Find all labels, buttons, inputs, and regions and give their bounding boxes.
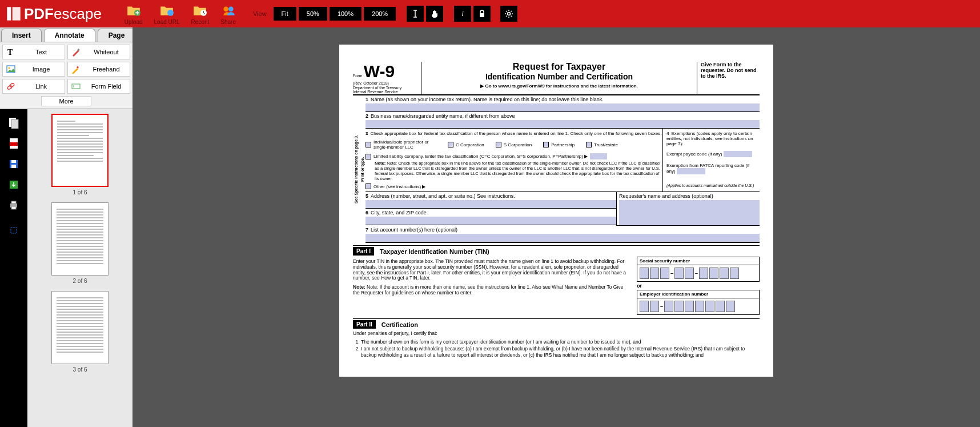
sidebar-select-button[interactable] — [3, 221, 24, 240]
upload-button[interactable]: Upload — [124, 3, 143, 25]
zoom-fit-button[interactable]: Fit — [274, 7, 296, 21]
fatca-input[interactable] — [677, 168, 705, 174]
ein-digit[interactable] — [705, 301, 714, 312]
ssn-digit[interactable] — [709, 268, 718, 279]
ein-digit[interactable] — [650, 301, 659, 312]
form-title-1: Request for Taxpayer — [425, 62, 693, 72]
tab-page[interactable]: Page — [98, 29, 136, 42]
field-7-accounts[interactable] — [366, 234, 760, 242]
hand-icon — [431, 10, 439, 18]
pdf-page: Form W-9 (Rev. October 2018) Department … — [339, 45, 773, 377]
sidebar-save-button[interactable] — [3, 155, 24, 173]
svg-point-12 — [9, 67, 10, 69]
share-icon — [221, 3, 236, 18]
pdf-file-icon — [9, 138, 19, 149]
settings-button[interactable] — [500, 6, 517, 22]
thumbnail-2[interactable]: 2 of 6 — [32, 202, 128, 284]
app-logo[interactable]: PDFescape — [6, 5, 102, 23]
ein-digit[interactable] — [685, 301, 694, 312]
ssn-digit[interactable] — [650, 268, 659, 279]
ein-digit[interactable] — [726, 301, 735, 312]
ssn-digit[interactable] — [720, 268, 729, 279]
field-2-business[interactable] — [366, 120, 760, 128]
llc-class-input[interactable] — [590, 153, 607, 159]
tab-annotate[interactable]: Annotate — [44, 29, 95, 42]
field-6-city[interactable] — [366, 217, 616, 225]
text-tool-icon: T — [6, 47, 15, 57]
svg-rect-19 — [11, 119, 18, 129]
svg-point-3 — [167, 9, 174, 15]
ssn-digit[interactable] — [674, 268, 684, 279]
load-url-button[interactable]: Load URL — [154, 3, 180, 25]
sidebar-pages-button[interactable] — [3, 114, 24, 132]
pages-icon — [8, 117, 19, 129]
cb-trust[interactable] — [586, 142, 592, 147]
thumbnail-3[interactable]: 3 of 6 — [32, 291, 128, 373]
cb-individual[interactable] — [366, 142, 371, 147]
tool-freehand[interactable]: Freehand — [67, 62, 130, 77]
logo-thin: escape — [54, 5, 102, 23]
info-icon: i — [461, 10, 463, 18]
tool-formfield[interactable]: Form Field — [67, 79, 130, 94]
sidebar-download-button[interactable] — [3, 175, 24, 194]
form-code: W-9 — [364, 62, 395, 81]
ssn-digit[interactable] — [685, 268, 694, 279]
svg-rect-16 — [72, 84, 80, 89]
svg-text:T: T — [7, 48, 13, 57]
zoom-50-button[interactable]: 50% — [299, 7, 327, 21]
tool-more-button[interactable]: More — [41, 96, 91, 106]
svg-rect-23 — [11, 160, 16, 163]
folder-recent-icon — [192, 3, 207, 18]
thumbnail-panel[interactable]: 1 of 6 2 of 6 3 of 6 — [27, 109, 132, 427]
document-viewer[interactable]: Form W-9 (Rev. October 2018) Department … — [132, 27, 980, 427]
cb-ccorp[interactable] — [448, 142, 453, 147]
share-button[interactable]: Share — [220, 3, 236, 25]
tool-whiteout[interactable]: Whiteout — [67, 45, 130, 59]
text-cursor-button[interactable] — [407, 6, 424, 22]
tool-text[interactable]: TText — [2, 45, 65, 59]
gear-icon — [504, 9, 513, 18]
cb-partnership[interactable] — [543, 142, 549, 147]
ssn-digit[interactable] — [660, 268, 669, 279]
sidebar-print-button[interactable] — [3, 196, 24, 214]
part-1-header: Part I — [353, 247, 374, 256]
print-icon — [9, 200, 19, 210]
ssn-digit[interactable] — [640, 268, 649, 279]
cb-llc[interactable] — [366, 154, 371, 159]
svg-rect-29 — [11, 228, 17, 233]
requester-input[interactable] — [619, 200, 760, 225]
info-lock-group: i — [453, 6, 492, 22]
ssn-digit[interactable] — [730, 268, 739, 279]
exempt-payee-input[interactable] — [724, 151, 752, 157]
cb-other[interactable] — [366, 183, 371, 189]
ssn-digit[interactable] — [699, 268, 708, 279]
info-button[interactable]: i — [454, 6, 471, 22]
lock-icon — [479, 10, 485, 18]
pdf-logo-icon — [6, 6, 22, 22]
ein-digit[interactable] — [674, 301, 684, 312]
sidebar-pdf-button[interactable] — [3, 134, 24, 153]
recent-button[interactable]: Recent — [191, 3, 210, 25]
ein-digit[interactable] — [716, 301, 725, 312]
ein-digit[interactable] — [664, 301, 673, 312]
logo-bold: PDF — [24, 5, 54, 23]
folder-url-icon — [159, 3, 174, 18]
ein-digit[interactable] — [695, 301, 704, 312]
hand-cursor-button[interactable] — [426, 6, 443, 22]
field-1-name[interactable] — [366, 103, 760, 111]
thumbnail-1[interactable]: 1 of 6 — [32, 114, 128, 195]
tool-panel: TText Whiteout Image Freehand Link Form … — [0, 42, 132, 109]
tool-link[interactable]: Link — [2, 79, 65, 94]
lock-button[interactable] — [473, 6, 491, 22]
field-5-address[interactable] — [366, 200, 616, 208]
zoom-200-button[interactable]: 200% — [364, 7, 396, 21]
top-toolbar: PDFescape Upload Load URL Recent Share V… — [0, 0, 980, 27]
zoom-100-button[interactable]: 100% — [330, 7, 362, 21]
tab-insert[interactable]: Insert — [1, 29, 42, 42]
cb-scorp[interactable] — [496, 142, 501, 147]
tool-image[interactable]: Image — [2, 62, 65, 77]
ein-digit[interactable] — [640, 301, 649, 312]
svg-point-8 — [508, 13, 511, 15]
part-2-header: Part II — [353, 320, 376, 329]
sidebar-iconbar — [0, 109, 27, 427]
